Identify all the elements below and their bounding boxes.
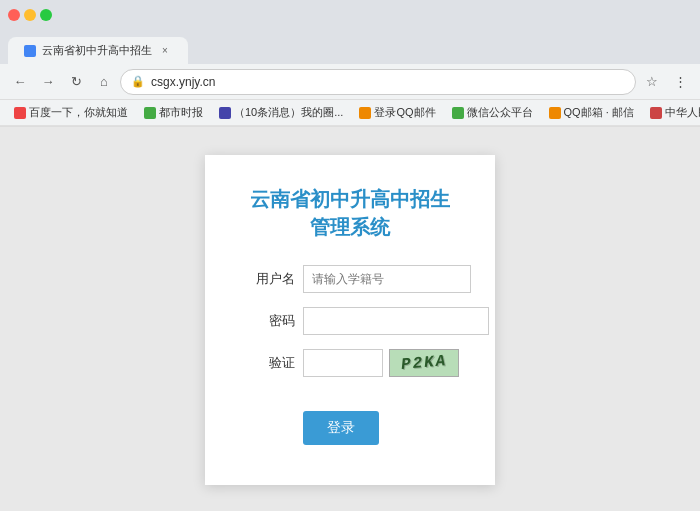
bookmark-favicon	[359, 107, 371, 119]
bookmark-favicon	[144, 107, 156, 119]
minimize-window-button[interactable]	[24, 9, 36, 21]
bookmark-item[interactable]: 都市时报	[138, 103, 209, 122]
bookmark-item[interactable]: 中华人民共和国教...	[644, 103, 700, 122]
bookmark-favicon	[219, 107, 231, 119]
bookmark-item[interactable]: QQ邮箱 · 邮信	[543, 103, 640, 122]
login-button-wrapper: 登录	[245, 391, 455, 445]
bookmark-item[interactable]: （10条消息）我的圈...	[213, 103, 349, 122]
browser-chrome: 云南省初中升高中招生 × ← → ↻ ⌂ 🔒 csgx.ynjy.cn ☆ ⋮ …	[0, 0, 700, 127]
captcha-label: 验证	[245, 354, 295, 372]
tab-favicon	[24, 45, 36, 57]
username-row: 用户名	[245, 265, 455, 293]
captcha-section: P2KA	[303, 349, 459, 377]
captcha-input[interactable]	[303, 349, 383, 377]
captcha-row: 验证 P2KA	[245, 349, 455, 377]
login-button[interactable]: 登录	[303, 411, 379, 445]
username-label: 用户名	[245, 270, 295, 288]
password-input[interactable]	[303, 307, 489, 335]
bookmark-item[interactable]: 登录QQ邮件	[353, 103, 441, 122]
lock-icon: 🔒	[131, 75, 145, 88]
password-row: 密码	[245, 307, 455, 335]
address-bar[interactable]: 🔒 csgx.ynjy.cn	[120, 69, 636, 95]
nav-right: ☆ ⋮	[640, 70, 692, 94]
tab-bar: 云南省初中升高中招生 ×	[0, 30, 700, 64]
captcha-image[interactable]: P2KA	[389, 349, 459, 377]
close-tab-button[interactable]: ×	[158, 44, 172, 58]
bookmark-item[interactable]: 微信公众平台	[446, 103, 539, 122]
window-controls	[8, 9, 52, 21]
tab-label: 云南省初中升高中招生	[42, 43, 152, 58]
username-input[interactable]	[303, 265, 471, 293]
menu-button[interactable]: ⋮	[668, 70, 692, 94]
password-label: 密码	[245, 312, 295, 330]
maximize-window-button[interactable]	[40, 9, 52, 21]
home-button[interactable]: ⌂	[92, 70, 116, 94]
close-window-button[interactable]	[8, 9, 20, 21]
bookmarks-bar: 百度一下，你就知道 都市时报 （10条消息）我的圈... 登录QQ邮件 微信公众…	[0, 100, 700, 126]
bookmark-favicon	[452, 107, 464, 119]
address-text: csgx.ynjy.cn	[151, 75, 215, 89]
titlebar	[0, 0, 700, 30]
bookmark-star-button[interactable]: ☆	[640, 70, 664, 94]
bookmark-favicon	[14, 107, 26, 119]
nav-bar: ← → ↻ ⌂ 🔒 csgx.ynjy.cn ☆ ⋮	[0, 64, 700, 100]
active-tab[interactable]: 云南省初中升高中招生 ×	[8, 37, 188, 64]
captcha-text: P2KA	[400, 352, 448, 374]
reload-button[interactable]: ↻	[64, 70, 88, 94]
login-title: 云南省初中升高中招生 管理系统	[245, 185, 455, 241]
login-card: 云南省初中升高中招生 管理系统 用户名 密码 验证 P2KA 登录	[205, 155, 495, 485]
bookmark-favicon	[650, 107, 662, 119]
page-content: 云南省初中升高中招生 管理系统 用户名 密码 验证 P2KA 登录	[0, 127, 700, 511]
forward-button[interactable]: →	[36, 70, 60, 94]
bookmark-item[interactable]: 百度一下，你就知道	[8, 103, 134, 122]
bookmark-favicon	[549, 107, 561, 119]
back-button[interactable]: ←	[8, 70, 32, 94]
